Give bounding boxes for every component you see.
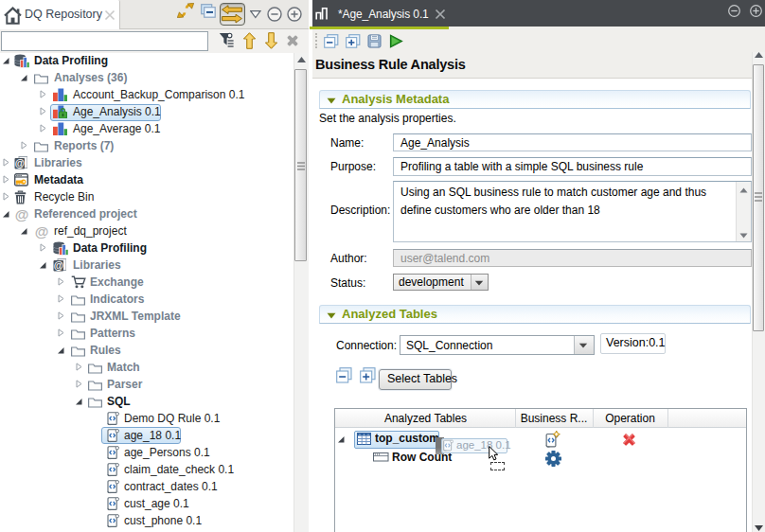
svg-text:@: @ [15, 157, 25, 168]
svg-text:@: @ [15, 207, 29, 222]
svg-text:@: @ [35, 224, 49, 239]
svg-text:@: @ [54, 259, 63, 271]
